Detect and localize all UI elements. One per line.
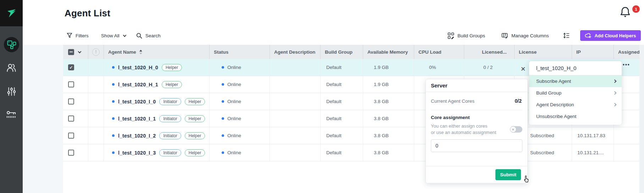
- select-all-checkbox[interactable]: [68, 49, 74, 55]
- license-key-icon: [6, 110, 17, 119]
- show-all-dropdown[interactable]: Show All: [101, 30, 126, 41]
- available-memory-cell: 3.8 GB: [363, 127, 414, 144]
- menu-item-subscribe-agent[interactable]: Subscribe Agent: [529, 75, 622, 87]
- agent-list-page: Agent List 1 Filters Show All: [0, 0, 644, 193]
- status-cell: Online: [209, 59, 270, 76]
- notifications-button[interactable]: 1: [619, 6, 637, 21]
- filters-button[interactable]: Filters: [67, 30, 89, 41]
- table-row[interactable]: l_test_1020_I_3InitiatorHelperOnlineDefa…: [63, 144, 639, 161]
- agent-dot-icon: [112, 117, 115, 120]
- menu-item-label: Agent Description: [536, 102, 574, 107]
- header-assigned[interactable]: Assigned: [614, 45, 639, 59]
- select-menu-chevron-icon[interactable]: [78, 50, 82, 53]
- helper-badge: Helper: [162, 81, 182, 88]
- cursor-hand-icon: [522, 175, 530, 183]
- manage-columns-icon: [501, 32, 508, 39]
- row-checkbox[interactable]: [68, 150, 74, 156]
- row-checkbox[interactable]: [68, 98, 74, 104]
- initiator-badge: Initiator: [159, 132, 181, 139]
- header-licensed[interactable]: Licensed...: [464, 45, 514, 59]
- agent-name-cell: l_test_1020_I_3InitiatorHelper: [104, 144, 209, 161]
- search-placeholder: Search: [145, 33, 161, 38]
- row-select-cell: [63, 110, 88, 127]
- agent-name-cell: l_test_1020_I_1InitiatorHelper: [104, 110, 209, 127]
- cloud-plus-icon: [585, 33, 592, 38]
- sort-icon[interactable]: [139, 50, 142, 54]
- sidebar-item-settings[interactable]: [0, 80, 23, 103]
- cores-input[interactable]: [431, 139, 522, 152]
- submenu-chevron-icon: [613, 91, 617, 95]
- menu-item-label: Unsubscribe Agent: [536, 114, 576, 119]
- agents-network-icon: [7, 40, 16, 49]
- sidebar-item-license[interactable]: [0, 103, 23, 127]
- row-height-icon: [563, 32, 570, 39]
- build-groups-button[interactable]: Build Groups: [448, 30, 485, 41]
- header-agent-description[interactable]: Agent Description: [270, 45, 320, 59]
- header-available-memory[interactable]: Available Memory: [363, 45, 414, 59]
- search-icon: [136, 33, 142, 39]
- agent-name-cell: l_test_1020_I_0InitiatorHelper: [104, 93, 209, 110]
- initiator-badge: Initiator: [159, 98, 181, 105]
- table-row[interactable]: l_test_1020_I_2InitiatorHelperOnlineDefa…: [63, 127, 639, 144]
- header-ip[interactable]: IP: [572, 45, 614, 59]
- assigned-cell: [614, 144, 639, 161]
- menu-item-label: Build Group: [536, 90, 561, 96]
- notification-badge: 1: [632, 5, 640, 13]
- header-agent-name[interactable]: Agent Name: [104, 45, 209, 59]
- auto-assignment-toggle[interactable]: ✕: [510, 126, 522, 133]
- agent-dot-icon: [112, 100, 115, 103]
- available-memory-cell: 1.9 GB: [363, 59, 414, 76]
- context-menu-title: l_test_1020_H_0: [529, 61, 622, 75]
- status-dot-icon: [222, 151, 224, 154]
- build-group-cell: Default: [320, 59, 363, 76]
- row-select-cell: [63, 144, 88, 161]
- menu-item-build-group[interactable]: Build Group: [529, 87, 622, 99]
- show-all-label: Show All: [101, 33, 120, 38]
- status-cell: Online: [209, 110, 270, 127]
- agent-description-cell: [270, 110, 320, 127]
- row-select-cell: [63, 59, 88, 76]
- status-text: Online: [227, 99, 241, 104]
- row-select-cell: [63, 76, 88, 93]
- licensed-cell: 0 / 2: [464, 59, 514, 76]
- menu-item-unsubscribe-agent[interactable]: Unsubscribe Agent: [529, 111, 622, 122]
- build-group-cell: Default: [320, 110, 363, 127]
- available-memory-cell: 3.8 GB: [363, 110, 414, 127]
- initiator-badge: Initiator: [159, 149, 181, 156]
- row-height-button[interactable]: [563, 30, 570, 41]
- core-assignment-title: Core assignment: [431, 115, 522, 120]
- header-cpu-load[interactable]: CPU Load: [414, 45, 464, 59]
- assigned-cell: [614, 127, 639, 144]
- agent-description-cell: [270, 144, 320, 161]
- toolbar: Filters Show All Search Build Gro: [23, 30, 644, 41]
- ip-cell: 10.131.21....: [572, 144, 614, 161]
- row-more-actions-icon[interactable]: •••: [623, 62, 630, 68]
- search-input[interactable]: Search: [136, 30, 161, 41]
- main-area: Agent List 1 Filters Show All: [23, 0, 644, 193]
- incredibuild-logo-icon: [6, 8, 17, 18]
- header-license[interactable]: License: [514, 45, 572, 59]
- header-status[interactable]: Status: [209, 45, 270, 59]
- add-cloud-helpers-button[interactable]: Add Cloud Helpers: [580, 30, 641, 41]
- row-checkbox[interactable]: [68, 133, 74, 139]
- sidebar-item-users[interactable]: [0, 56, 23, 80]
- close-panel-button[interactable]: ✕: [521, 65, 526, 73]
- agent-name-cell: l_test_1020_H_0Helper: [104, 59, 209, 76]
- agent-dot-icon: [112, 134, 115, 137]
- row-checkbox[interactable]: [68, 64, 74, 70]
- table-header: ! Agent Name Status Agent Description Bu…: [63, 45, 639, 59]
- sidebar-nav: [0, 26, 23, 127]
- agent-name-text: l_test_1020_H_1: [118, 82, 158, 87]
- row-checkbox[interactable]: [68, 116, 74, 122]
- row-checkbox[interactable]: [68, 81, 74, 87]
- app-logo[interactable]: [0, 0, 23, 26]
- manage-columns-button[interactable]: Manage Columns: [501, 30, 549, 41]
- status-text: Online: [227, 116, 241, 121]
- status-dot-icon: [222, 66, 224, 69]
- sidebar-item-agents[interactable]: [0, 33, 23, 56]
- menu-item-agent-description[interactable]: Agent Description: [529, 99, 622, 111]
- submit-button[interactable]: Submit: [495, 169, 521, 180]
- header-build-group[interactable]: Build Group: [320, 45, 363, 59]
- settings-sliders-icon: [7, 87, 16, 96]
- status-dot-icon: [222, 83, 224, 86]
